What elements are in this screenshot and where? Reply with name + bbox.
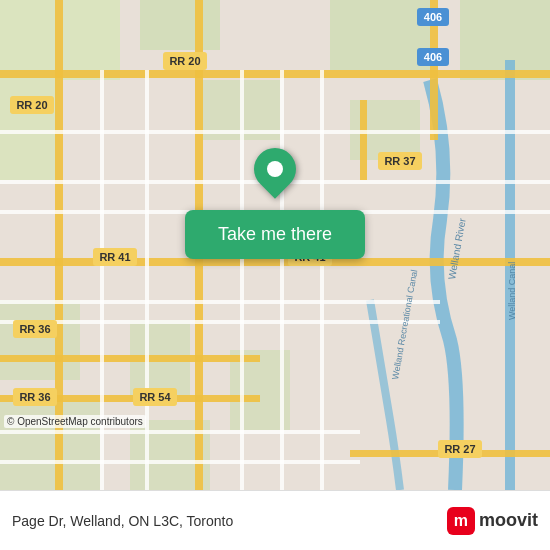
address-label: Page Dr, Welland, ON L3C, Toronto (12, 513, 233, 529)
svg-text:RR 20: RR 20 (16, 99, 47, 111)
take-me-there-button[interactable]: Take me there (185, 210, 365, 259)
svg-rect-22 (0, 130, 550, 134)
svg-rect-28 (0, 460, 360, 464)
svg-text:RR 54: RR 54 (139, 391, 171, 403)
svg-rect-33 (320, 70, 324, 490)
svg-text:406: 406 (424, 11, 442, 23)
svg-rect-27 (0, 430, 360, 434)
svg-text:RR 20: RR 20 (169, 55, 200, 67)
moovit-brand-text: moovit (479, 510, 538, 531)
svg-rect-2 (140, 0, 220, 50)
svg-rect-13 (0, 70, 550, 78)
svg-rect-31 (240, 70, 244, 490)
moovit-icon: m (447, 507, 475, 535)
svg-text:RR 41: RR 41 (99, 251, 130, 263)
svg-rect-3 (330, 0, 430, 70)
svg-rect-32 (280, 70, 284, 490)
svg-text:Welland Canal: Welland Canal (507, 262, 517, 320)
map-copyright: © OpenStreetMap contributors (4, 415, 146, 428)
svg-text:RR 36: RR 36 (19, 323, 50, 335)
svg-rect-15 (0, 355, 260, 362)
svg-rect-14 (0, 258, 550, 266)
moovit-logo: m moovit (447, 507, 538, 535)
svg-text:RR 36: RR 36 (19, 391, 50, 403)
svg-text:RR 27: RR 27 (444, 443, 475, 455)
svg-rect-10 (0, 400, 100, 490)
svg-rect-21 (360, 100, 367, 180)
svg-rect-8 (0, 300, 80, 380)
map-view: RR 20 RR 20 406 406 RR 37 RR 41 RR 41 RR… (0, 0, 550, 490)
svg-rect-26 (0, 320, 440, 324)
bottom-bar: Page Dr, Welland, ON L3C, Toronto m moov… (0, 490, 550, 550)
svg-text:RR 37: RR 37 (384, 155, 415, 167)
svg-rect-25 (0, 300, 440, 304)
location-pin (254, 148, 296, 190)
svg-text:406: 406 (424, 51, 442, 63)
